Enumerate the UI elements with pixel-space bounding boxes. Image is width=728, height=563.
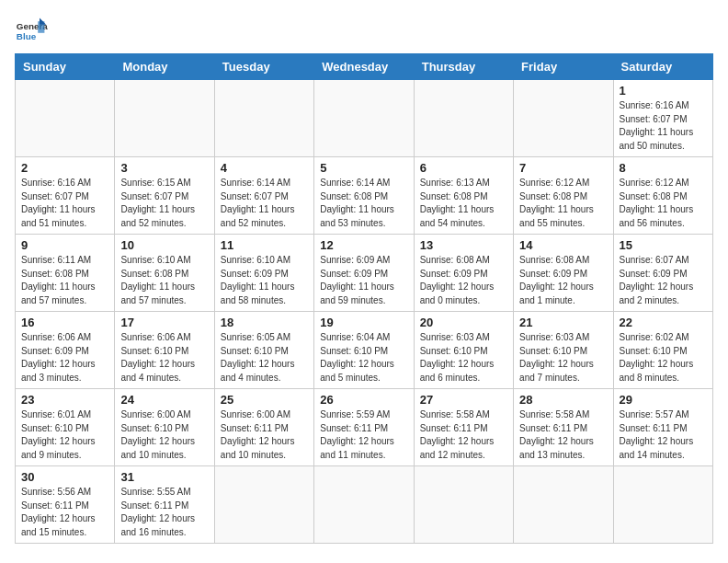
calendar-cell <box>414 466 513 544</box>
calendar-table: SundayMondayTuesdayWednesdayThursdayFrid… <box>15 53 713 544</box>
day-number: 31 <box>120 470 208 484</box>
day-number: 17 <box>120 316 208 329</box>
calendar-cell: 19Sunrise: 6:04 AM Sunset: 6:10 PM Dayli… <box>314 312 414 389</box>
header: General Blue <box>15 15 713 48</box>
day-info: Sunrise: 5:58 AM Sunset: 6:11 PM Dayligh… <box>420 408 507 462</box>
day-number: 14 <box>519 238 607 252</box>
day-number: 2 <box>21 161 108 175</box>
day-number: 3 <box>120 161 208 175</box>
day-number: 29 <box>620 393 707 407</box>
day-info: Sunrise: 6:06 AM Sunset: 6:10 PM Dayligh… <box>120 331 208 385</box>
day-number: 18 <box>221 316 308 329</box>
logo: General Blue <box>15 15 48 48</box>
calendar-cell: 20Sunrise: 6:03 AM Sunset: 6:10 PM Dayli… <box>414 312 513 389</box>
calendar-week-row: 9Sunrise: 6:11 AM Sunset: 6:08 PM Daylig… <box>16 235 713 312</box>
day-number: 21 <box>519 316 607 329</box>
calendar-cell: 8Sunrise: 6:12 AM Sunset: 6:08 PM Daylig… <box>613 157 712 235</box>
weekday-header: Tuesday <box>214 54 313 80</box>
weekday-header: Thursday <box>414 54 513 80</box>
day-info: Sunrise: 6:16 AM Sunset: 6:07 PM Dayligh… <box>620 99 707 153</box>
day-info: Sunrise: 6:14 AM Sunset: 6:08 PM Dayligh… <box>320 177 407 230</box>
calendar-cell: 31Sunrise: 5:55 AM Sunset: 6:11 PM Dayli… <box>115 466 214 544</box>
calendar-cell: 1Sunrise: 6:16 AM Sunset: 6:07 PM Daylig… <box>613 80 712 157</box>
weekday-header: Friday <box>514 54 613 80</box>
day-info: Sunrise: 6:01 AM Sunset: 6:10 PM Dayligh… <box>21 408 108 462</box>
weekday-header: Wednesday <box>314 54 414 80</box>
calendar-cell: 24Sunrise: 6:00 AM Sunset: 6:10 PM Dayli… <box>115 389 214 466</box>
calendar-cell: 21Sunrise: 6:03 AM Sunset: 6:10 PM Dayli… <box>514 312 613 389</box>
logo-icon: General Blue <box>15 15 48 48</box>
day-number: 30 <box>21 470 108 484</box>
calendar-cell <box>214 466 313 544</box>
day-number: 13 <box>420 238 507 252</box>
day-number: 9 <box>21 238 108 252</box>
day-number: 16 <box>21 316 108 329</box>
day-info: Sunrise: 6:00 AM Sunset: 6:11 PM Dayligh… <box>221 408 308 462</box>
calendar-week-row: 23Sunrise: 6:01 AM Sunset: 6:10 PM Dayli… <box>16 389 713 466</box>
day-info: Sunrise: 6:13 AM Sunset: 6:08 PM Dayligh… <box>420 177 507 230</box>
day-info: Sunrise: 6:11 AM Sunset: 6:08 PM Dayligh… <box>21 254 108 307</box>
calendar-cell <box>16 80 115 157</box>
day-info: Sunrise: 5:57 AM Sunset: 6:11 PM Dayligh… <box>620 408 707 462</box>
calendar-cell <box>414 80 513 157</box>
weekday-header: Sunday <box>16 54 115 80</box>
calendar-cell: 6Sunrise: 6:13 AM Sunset: 6:08 PM Daylig… <box>414 157 513 235</box>
day-info: Sunrise: 5:58 AM Sunset: 6:11 PM Dayligh… <box>519 408 607 462</box>
calendar-cell: 13Sunrise: 6:08 AM Sunset: 6:09 PM Dayli… <box>414 235 513 312</box>
day-info: Sunrise: 6:02 AM Sunset: 6:10 PM Dayligh… <box>620 331 707 385</box>
calendar-cell <box>115 80 214 157</box>
day-number: 20 <box>420 316 507 329</box>
calendar-cell: 15Sunrise: 6:07 AM Sunset: 6:09 PM Dayli… <box>613 235 712 312</box>
day-info: Sunrise: 6:15 AM Sunset: 6:07 PM Dayligh… <box>120 177 208 230</box>
day-info: Sunrise: 6:04 AM Sunset: 6:10 PM Dayligh… <box>320 331 407 385</box>
day-info: Sunrise: 5:55 AM Sunset: 6:11 PM Dayligh… <box>120 486 208 539</box>
day-number: 4 <box>221 161 308 175</box>
calendar-cell: 17Sunrise: 6:06 AM Sunset: 6:10 PM Dayli… <box>115 312 214 389</box>
calendar-cell <box>514 80 613 157</box>
day-number: 28 <box>519 393 607 407</box>
calendar-cell: 18Sunrise: 6:05 AM Sunset: 6:10 PM Dayli… <box>214 312 313 389</box>
calendar-cell: 14Sunrise: 6:08 AM Sunset: 6:09 PM Dayli… <box>514 235 613 312</box>
calendar-cell <box>314 80 414 157</box>
day-info: Sunrise: 6:05 AM Sunset: 6:10 PM Dayligh… <box>221 331 308 385</box>
day-number: 27 <box>420 393 507 407</box>
calendar-cell: 22Sunrise: 6:02 AM Sunset: 6:10 PM Dayli… <box>613 312 712 389</box>
day-info: Sunrise: 6:10 AM Sunset: 6:09 PM Dayligh… <box>221 254 308 307</box>
day-info: Sunrise: 6:06 AM Sunset: 6:09 PM Dayligh… <box>21 331 108 385</box>
calendar-cell: 5Sunrise: 6:14 AM Sunset: 6:08 PM Daylig… <box>314 157 414 235</box>
calendar-cell: 3Sunrise: 6:15 AM Sunset: 6:07 PM Daylig… <box>115 157 214 235</box>
day-number: 10 <box>120 238 208 252</box>
day-number: 22 <box>620 316 707 329</box>
svg-text:Blue: Blue <box>17 31 37 41</box>
calendar-cell <box>214 80 313 157</box>
day-number: 12 <box>320 238 407 252</box>
calendar-week-row: 30Sunrise: 5:56 AM Sunset: 6:11 PM Dayli… <box>16 466 713 544</box>
day-info: Sunrise: 5:59 AM Sunset: 6:11 PM Dayligh… <box>320 408 407 462</box>
calendar-cell: 9Sunrise: 6:11 AM Sunset: 6:08 PM Daylig… <box>16 235 115 312</box>
day-number: 24 <box>120 393 208 407</box>
calendar-week-row: 2Sunrise: 6:16 AM Sunset: 6:07 PM Daylig… <box>16 157 713 235</box>
calendar-cell <box>613 466 712 544</box>
day-number: 7 <box>519 161 607 175</box>
day-info: Sunrise: 6:03 AM Sunset: 6:10 PM Dayligh… <box>420 331 507 385</box>
day-number: 11 <box>221 238 308 252</box>
day-number: 1 <box>620 84 707 98</box>
calendar-cell: 30Sunrise: 5:56 AM Sunset: 6:11 PM Dayli… <box>16 466 115 544</box>
day-info: Sunrise: 6:08 AM Sunset: 6:09 PM Dayligh… <box>519 254 607 307</box>
calendar-cell: 4Sunrise: 6:14 AM Sunset: 6:07 PM Daylig… <box>214 157 313 235</box>
weekday-header: Saturday <box>613 54 712 80</box>
day-info: Sunrise: 6:16 AM Sunset: 6:07 PM Dayligh… <box>21 177 108 230</box>
day-number: 23 <box>21 393 108 407</box>
calendar-cell: 25Sunrise: 6:00 AM Sunset: 6:11 PM Dayli… <box>214 389 313 466</box>
day-info: Sunrise: 6:12 AM Sunset: 6:08 PM Dayligh… <box>620 177 707 230</box>
day-number: 26 <box>320 393 407 407</box>
calendar-cell <box>314 466 414 544</box>
calendar-cell: 16Sunrise: 6:06 AM Sunset: 6:09 PM Dayli… <box>16 312 115 389</box>
day-number: 5 <box>320 161 407 175</box>
calendar-week-row: 1Sunrise: 6:16 AM Sunset: 6:07 PM Daylig… <box>16 80 713 157</box>
day-info: Sunrise: 5:56 AM Sunset: 6:11 PM Dayligh… <box>21 486 108 539</box>
day-info: Sunrise: 6:08 AM Sunset: 6:09 PM Dayligh… <box>420 254 507 307</box>
day-info: Sunrise: 6:10 AM Sunset: 6:08 PM Dayligh… <box>120 254 208 307</box>
day-info: Sunrise: 6:07 AM Sunset: 6:09 PM Dayligh… <box>620 254 707 307</box>
calendar-cell: 29Sunrise: 5:57 AM Sunset: 6:11 PM Dayli… <box>613 389 712 466</box>
